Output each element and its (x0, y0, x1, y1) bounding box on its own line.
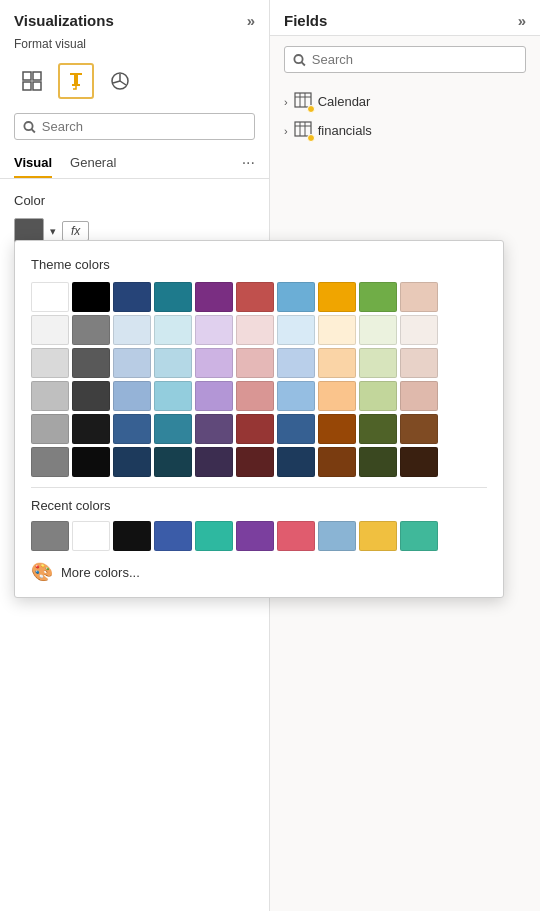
svg-rect-4 (70, 73, 82, 75)
color-cell-recent[interactable] (154, 521, 192, 551)
tab-visual[interactable]: Visual (14, 155, 52, 178)
color-cell[interactable] (236, 348, 274, 378)
color-cell[interactable] (277, 315, 315, 345)
color-cell[interactable] (277, 447, 315, 477)
expand-icon[interactable]: » (247, 12, 255, 29)
color-cell[interactable] (318, 315, 356, 345)
field-item-financials[interactable]: › financials (278, 116, 532, 145)
tab-more[interactable]: ··· (242, 154, 255, 178)
color-cell[interactable] (113, 282, 151, 312)
color-cell[interactable] (72, 414, 110, 444)
theme-colors-label: Theme colors (31, 257, 487, 272)
color-cell[interactable] (236, 381, 274, 411)
color-cell-recent[interactable] (113, 521, 151, 551)
analytics-icon-btn[interactable] (102, 63, 138, 99)
color-cell[interactable] (195, 381, 233, 411)
format-icon-btn[interactable] (58, 63, 94, 99)
right-search-box[interactable] (284, 46, 526, 73)
color-cell[interactable] (31, 348, 69, 378)
fx-button[interactable]: fx (62, 221, 89, 241)
fields-list: › Calendar › (270, 83, 540, 149)
color-cell[interactable] (154, 447, 192, 477)
color-cell[interactable] (72, 282, 110, 312)
color-cell[interactable] (359, 381, 397, 411)
color-cell-recent[interactable] (318, 521, 356, 551)
color-cell[interactable] (113, 315, 151, 345)
color-cell[interactable] (277, 348, 315, 378)
color-cell[interactable] (31, 414, 69, 444)
svg-point-10 (294, 54, 302, 62)
color-cell[interactable] (31, 282, 69, 312)
color-cell-recent[interactable] (359, 521, 397, 551)
color-cell[interactable] (195, 414, 233, 444)
color-cell[interactable] (236, 315, 274, 345)
field-name-financials: financials (318, 123, 372, 138)
color-cell[interactable] (318, 282, 356, 312)
color-cell[interactable] (154, 348, 192, 378)
color-cell[interactable] (400, 282, 438, 312)
color-cell[interactable] (195, 282, 233, 312)
color-cell[interactable] (318, 348, 356, 378)
color-cell[interactable] (277, 282, 315, 312)
left-search-input[interactable] (42, 119, 246, 134)
color-cell[interactable] (113, 348, 151, 378)
color-cell[interactable] (400, 315, 438, 345)
tab-general[interactable]: General (70, 155, 116, 178)
color-cell[interactable] (400, 447, 438, 477)
color-cell[interactable] (72, 381, 110, 411)
color-cell[interactable] (400, 348, 438, 378)
color-cell[interactable] (72, 315, 110, 345)
more-colors-row[interactable]: 🎨 More colors... (31, 551, 487, 583)
color-cell[interactable] (154, 282, 192, 312)
svg-rect-0 (23, 72, 31, 80)
color-cell[interactable] (359, 348, 397, 378)
color-cell[interactable] (31, 381, 69, 411)
fields-expand-icon[interactable]: » (518, 12, 526, 29)
color-cell[interactable] (195, 447, 233, 477)
color-cell[interactable] (236, 447, 274, 477)
left-search-box[interactable] (14, 113, 255, 140)
right-search-input[interactable] (312, 52, 517, 67)
color-cell-recent[interactable] (400, 521, 438, 551)
color-cell-recent[interactable] (236, 521, 274, 551)
color-cell[interactable] (318, 381, 356, 411)
field-item-calendar[interactable]: › Calendar (278, 87, 532, 116)
color-cell-recent[interactable] (31, 521, 69, 551)
color-cell[interactable] (277, 414, 315, 444)
color-cell-recent[interactable] (277, 521, 315, 551)
color-cell[interactable] (400, 414, 438, 444)
color-cell[interactable] (113, 381, 151, 411)
color-cell[interactable] (359, 447, 397, 477)
color-cell[interactable] (236, 414, 274, 444)
color-cell-recent[interactable] (195, 521, 233, 551)
color-cell[interactable] (113, 414, 151, 444)
dropdown-arrow-icon[interactable]: ▾ (50, 225, 56, 238)
color-cell[interactable] (359, 315, 397, 345)
chevron-right-icon: › (284, 125, 288, 137)
color-cell[interactable] (195, 348, 233, 378)
color-cell[interactable] (31, 447, 69, 477)
color-cell[interactable] (154, 414, 192, 444)
color-cell[interactable] (154, 315, 192, 345)
color-cell[interactable] (359, 282, 397, 312)
color-cell[interactable] (318, 414, 356, 444)
visualizations-title: Visualizations (14, 12, 114, 29)
color-cell[interactable] (113, 447, 151, 477)
more-colors-label[interactable]: More colors... (61, 565, 140, 580)
color-cell[interactable] (236, 282, 274, 312)
color-cell[interactable] (400, 381, 438, 411)
color-cell-recent[interactable] (72, 521, 110, 551)
svg-rect-3 (33, 82, 41, 90)
color-cell[interactable] (318, 447, 356, 477)
left-panel: Visualizations » Format visual (0, 0, 270, 911)
color-cell[interactable] (154, 381, 192, 411)
grid-icon-btn[interactable] (14, 63, 50, 99)
financials-table-icon (294, 121, 312, 140)
color-cell[interactable] (277, 381, 315, 411)
color-cell[interactable] (72, 348, 110, 378)
color-cell[interactable] (195, 315, 233, 345)
color-cell[interactable] (31, 315, 69, 345)
color-cell[interactable] (72, 447, 110, 477)
theme-color-row-6 (31, 447, 487, 477)
color-cell[interactable] (359, 414, 397, 444)
